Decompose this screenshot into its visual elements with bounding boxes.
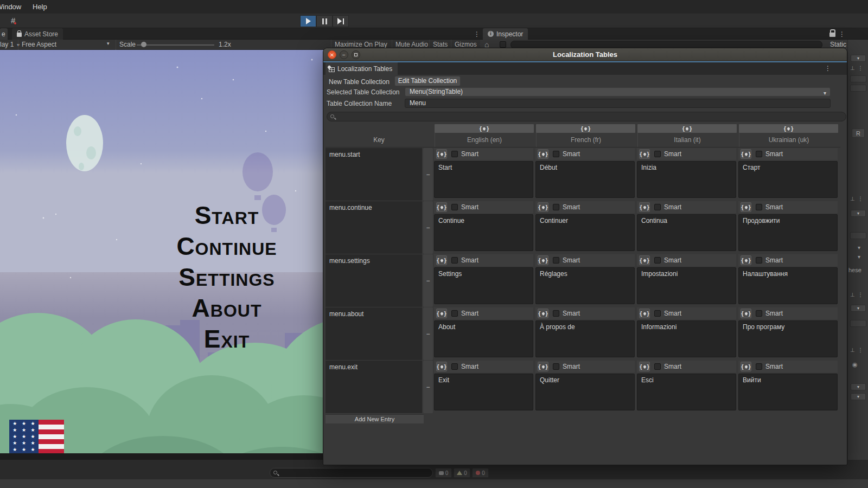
column-metadata-button[interactable] xyxy=(435,124,534,133)
game-menu-item[interactable]: Start xyxy=(124,201,330,232)
eye-icon[interactable]: ◉ xyxy=(852,361,858,368)
preset-kebab-icons[interactable]: ⊥ ⋮ xyxy=(850,65,863,71)
stats-toggle[interactable]: Stats xyxy=(433,41,448,48)
translation-textarea[interactable]: Продовжити xyxy=(738,214,838,251)
smart-checkbox[interactable] xyxy=(553,204,559,210)
translation-textarea[interactable]: Informazioni xyxy=(637,320,736,357)
column-metadata-button[interactable] xyxy=(536,124,635,133)
edit-table-collection-button[interactable]: Edit Table Collection xyxy=(394,76,461,86)
smart-checkbox[interactable] xyxy=(451,310,458,317)
strip-field[interactable] xyxy=(850,320,866,327)
key-cell[interactable]: menu.start xyxy=(326,148,422,201)
strip-field[interactable] xyxy=(850,232,866,239)
console-search-input[interactable] xyxy=(270,468,433,478)
metadata-button[interactable] xyxy=(436,309,447,318)
remove-entry-button[interactable]: − xyxy=(426,384,430,390)
metadata-button[interactable] xyxy=(538,202,548,212)
column-metadata-button[interactable] xyxy=(637,124,737,133)
game-menu-item[interactable]: About xyxy=(124,293,330,324)
metadata-button[interactable] xyxy=(436,362,447,371)
localization-tables-tab[interactable]: Localization Tables xyxy=(326,62,398,75)
metadata-button[interactable] xyxy=(436,149,447,159)
metadata-button[interactable] xyxy=(741,202,751,212)
row-handle[interactable]: − xyxy=(423,254,433,307)
row-handle[interactable]: − xyxy=(423,148,433,201)
metadata-button[interactable] xyxy=(639,309,650,318)
game-menu-item[interactable]: Continue xyxy=(124,232,330,262)
row-handle[interactable]: − xyxy=(423,361,433,413)
strip-field[interactable] xyxy=(850,85,866,92)
translation-textarea[interactable]: Impostazioni xyxy=(637,267,736,304)
smart-checkbox[interactable] xyxy=(654,363,661,370)
window-kebab-icon[interactable]: ⋮ xyxy=(825,65,831,72)
metadata-button[interactable] xyxy=(639,202,650,212)
metadata-button[interactable] xyxy=(538,309,548,318)
translation-textarea[interactable]: À propos de xyxy=(535,320,635,357)
smart-checkbox[interactable] xyxy=(654,257,661,264)
console-error-toggle[interactable]: 0 xyxy=(472,468,489,478)
scale-slider-knob[interactable] xyxy=(141,42,146,47)
column-header[interactable]: Ukrainian (uk) xyxy=(739,133,838,147)
tab-game-partial[interactable]: e xyxy=(0,28,8,40)
gizmos-dropdown[interactable]: Gizmos xyxy=(455,41,482,48)
console-warning-toggle[interactable]: 0 xyxy=(454,468,470,478)
smart-checkbox[interactable] xyxy=(553,363,559,370)
row-handle[interactable]: − xyxy=(423,201,433,254)
metadata-button[interactable] xyxy=(538,255,548,265)
smart-checkbox[interactable] xyxy=(654,151,661,157)
translation-textarea[interactable]: Вийти xyxy=(738,374,838,410)
strip-dropdown-icon[interactable] xyxy=(851,393,866,400)
metadata-button[interactable] xyxy=(436,202,447,212)
translation-textarea[interactable]: Inizia xyxy=(637,161,736,198)
smart-checkbox[interactable] xyxy=(451,151,458,157)
inspector-lock-icon[interactable] xyxy=(829,33,835,37)
smart-checkbox[interactable] xyxy=(756,151,762,157)
translation-textarea[interactable]: Старт xyxy=(738,161,838,198)
smart-checkbox[interactable] xyxy=(451,363,458,370)
dropdown-arrow-icon[interactable]: ▾ xyxy=(858,254,860,260)
translation-textarea[interactable]: Settings xyxy=(434,267,533,304)
translation-textarea[interactable]: Continuer xyxy=(535,214,635,251)
strip-dropdown-icon[interactable] xyxy=(851,55,866,62)
gameobject-active-checkbox[interactable] xyxy=(500,41,506,48)
translation-textarea[interactable]: Exit xyxy=(434,374,533,410)
pause-button[interactable] xyxy=(316,15,333,27)
translation-textarea[interactable]: Про програму xyxy=(738,320,838,357)
strip-dropdown-icon[interactable] xyxy=(851,210,866,217)
metadata-button[interactable] xyxy=(741,362,751,371)
remove-entry-button[interactable]: − xyxy=(426,278,430,284)
translation-textarea[interactable]: Start xyxy=(434,161,533,198)
smart-checkbox[interactable] xyxy=(451,204,458,210)
translation-textarea[interactable]: Налаштування xyxy=(738,267,838,304)
strip-dropdown-icon[interactable] xyxy=(851,305,866,312)
key-cell[interactable]: menu.about xyxy=(326,307,422,361)
dropdown-arrow-icon[interactable]: ▾ xyxy=(858,245,860,251)
remove-entry-button[interactable]: − xyxy=(426,225,430,230)
metadata-button[interactable] xyxy=(741,255,751,265)
translation-textarea[interactable]: Quitter xyxy=(535,374,635,410)
strip-field[interactable] xyxy=(850,75,866,82)
step-button[interactable] xyxy=(333,15,349,27)
remove-entry-button[interactable]: − xyxy=(426,331,430,337)
key-cell[interactable]: menu.settings xyxy=(326,254,422,307)
smart-checkbox[interactable] xyxy=(654,204,661,210)
maximize-on-play-toggle[interactable]: Maximize On Play xyxy=(335,41,387,48)
new-table-collection-button[interactable]: New Table Collection xyxy=(326,77,393,87)
menu-window[interactable]: Window xyxy=(0,3,21,11)
column-header[interactable]: Italian (it) xyxy=(637,133,737,147)
key-cell[interactable]: menu.continue xyxy=(326,201,422,254)
window-titlebar[interactable]: ✕ − Localization Tables xyxy=(323,48,847,61)
translation-textarea[interactable]: Réglages xyxy=(535,267,635,304)
us-flag-locale-button[interactable]: ★★★★★★★★★★★★★★★ xyxy=(9,420,64,453)
strip-dropdown-icon[interactable] xyxy=(851,383,866,390)
row-handle[interactable]: − xyxy=(423,307,433,360)
console-message-toggle[interactable]: 0 xyxy=(435,468,452,478)
translation-textarea[interactable]: Continue xyxy=(434,214,533,251)
preset-kebab-icons[interactable]: ⊥ ⋮ xyxy=(850,292,863,298)
key-column-header[interactable]: Key xyxy=(326,133,432,147)
metadata-button[interactable] xyxy=(639,255,650,265)
table-search-input[interactable] xyxy=(327,112,846,121)
display-dropdown[interactable]: lay 1 xyxy=(0,41,20,48)
add-new-entry-button[interactable]: Add New Entry xyxy=(326,414,424,423)
smart-checkbox[interactable] xyxy=(553,151,559,157)
